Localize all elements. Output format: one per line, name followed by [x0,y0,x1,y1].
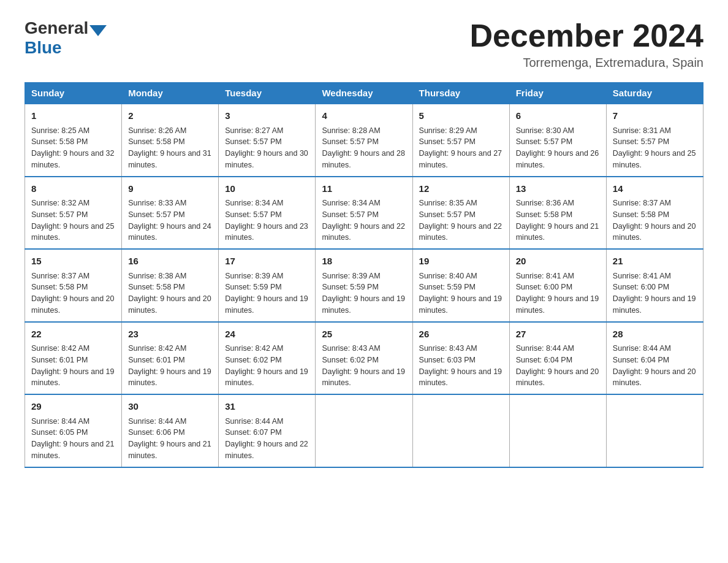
table-row: 5Sunrise: 8:29 AMSunset: 5:57 PMDaylight… [412,104,509,177]
day-info: Sunrise: 8:26 AMSunset: 5:58 PMDaylight:… [128,126,211,169]
day-number: 30 [128,400,212,414]
col-saturday: Saturday [606,83,703,104]
table-row: 1Sunrise: 8:25 AMSunset: 5:58 PMDaylight… [25,104,122,177]
table-row: 18Sunrise: 8:39 AMSunset: 5:59 PMDayligh… [316,249,412,322]
day-info: Sunrise: 8:38 AMSunset: 5:58 PMDaylight:… [128,272,211,315]
table-row: 27Sunrise: 8:44 AMSunset: 6:04 PMDayligh… [509,322,606,395]
day-number: 9 [128,182,212,196]
day-info: Sunrise: 8:41 AMSunset: 6:00 PMDaylight:… [516,272,599,315]
table-row: 14Sunrise: 8:37 AMSunset: 5:58 PMDayligh… [606,177,703,250]
table-row: 10Sunrise: 8:34 AMSunset: 5:57 PMDayligh… [219,177,316,250]
logo: General Blue [25,18,108,58]
month-title: December 2024 [469,18,703,53]
day-info: Sunrise: 8:44 AMSunset: 6:07 PMDaylight:… [225,417,308,460]
logo-blue-text: Blue [25,38,62,58]
location-subtitle: Torremenga, Extremadura, Spain [469,56,703,70]
day-info: Sunrise: 8:34 AMSunset: 5:57 PMDaylight:… [225,199,308,242]
day-info: Sunrise: 8:44 AMSunset: 6:04 PMDaylight:… [516,344,599,387]
day-number: 5 [419,109,503,123]
day-info: Sunrise: 8:44 AMSunset: 6:06 PMDaylight:… [128,417,211,460]
day-number: 1 [31,109,115,123]
table-row: 4Sunrise: 8:28 AMSunset: 5:57 PMDaylight… [316,104,412,177]
table-row: 8Sunrise: 8:32 AMSunset: 5:57 PMDaylight… [25,177,122,250]
day-number: 6 [516,109,600,123]
day-info: Sunrise: 8:44 AMSunset: 6:04 PMDaylight:… [613,344,696,387]
day-number: 21 [613,255,697,269]
day-number: 16 [128,255,212,269]
table-row: 11Sunrise: 8:34 AMSunset: 5:57 PMDayligh… [316,177,412,250]
page-header: General Blue December 2024 Torremenga, E… [25,18,703,70]
table-row: 19Sunrise: 8:40 AMSunset: 5:59 PMDayligh… [412,249,509,322]
calendar-header-row: Sunday Monday Tuesday Wednesday Thursday… [25,83,703,104]
day-info: Sunrise: 8:30 AMSunset: 5:57 PMDaylight:… [516,126,599,169]
day-info: Sunrise: 8:37 AMSunset: 5:58 PMDaylight:… [613,199,696,242]
table-row: 17Sunrise: 8:39 AMSunset: 5:59 PMDayligh… [219,249,316,322]
table-row: 28Sunrise: 8:44 AMSunset: 6:04 PMDayligh… [606,322,703,395]
day-info: Sunrise: 8:43 AMSunset: 6:02 PMDaylight:… [322,344,405,387]
day-number: 22 [31,327,115,342]
day-info: Sunrise: 8:35 AMSunset: 5:57 PMDaylight:… [419,199,502,242]
day-info: Sunrise: 8:39 AMSunset: 5:59 PMDaylight:… [322,272,405,315]
day-number: 3 [225,109,309,123]
table-row [606,394,703,467]
day-info: Sunrise: 8:37 AMSunset: 5:58 PMDaylight:… [31,272,115,315]
day-info: Sunrise: 8:43 AMSunset: 6:03 PMDaylight:… [419,344,502,387]
table-row [509,394,606,467]
day-number: 15 [31,255,115,269]
day-number: 28 [613,327,697,342]
day-number: 18 [322,255,406,269]
day-info: Sunrise: 8:41 AMSunset: 6:00 PMDaylight:… [613,272,696,315]
table-row: 30Sunrise: 8:44 AMSunset: 6:06 PMDayligh… [122,394,219,467]
col-monday: Monday [122,83,219,104]
table-row: 3Sunrise: 8:27 AMSunset: 5:57 PMDaylight… [219,104,316,177]
day-number: 11 [322,182,406,196]
calendar-row-3: 15Sunrise: 8:37 AMSunset: 5:58 PMDayligh… [25,249,703,322]
day-info: Sunrise: 8:33 AMSunset: 5:57 PMDaylight:… [128,199,211,242]
table-row: 6Sunrise: 8:30 AMSunset: 5:57 PMDaylight… [509,104,606,177]
table-row: 16Sunrise: 8:38 AMSunset: 5:58 PMDayligh… [122,249,219,322]
day-info: Sunrise: 8:27 AMSunset: 5:57 PMDaylight:… [225,126,308,169]
day-info: Sunrise: 8:42 AMSunset: 6:01 PMDaylight:… [128,344,211,387]
day-number: 20 [516,255,600,269]
day-number: 17 [225,255,309,269]
day-info: Sunrise: 8:34 AMSunset: 5:57 PMDaylight:… [322,199,405,242]
day-number: 8 [31,182,115,196]
table-row: 20Sunrise: 8:41 AMSunset: 6:00 PMDayligh… [509,249,606,322]
table-row [412,394,509,467]
day-info: Sunrise: 8:32 AMSunset: 5:57 PMDaylight:… [31,199,115,242]
col-sunday: Sunday [25,83,122,104]
calendar-table: Sunday Monday Tuesday Wednesday Thursday… [25,82,703,468]
day-number: 14 [613,182,697,196]
table-row: 12Sunrise: 8:35 AMSunset: 5:57 PMDayligh… [412,177,509,250]
day-info: Sunrise: 8:29 AMSunset: 5:57 PMDaylight:… [419,126,502,169]
day-number: 19 [419,255,503,269]
day-number: 13 [516,182,600,196]
table-row: 13Sunrise: 8:36 AMSunset: 5:58 PMDayligh… [509,177,606,250]
calendar-row-1: 1Sunrise: 8:25 AMSunset: 5:58 PMDaylight… [25,104,703,177]
day-info: Sunrise: 8:40 AMSunset: 5:59 PMDaylight:… [419,272,502,315]
day-number: 10 [225,182,309,196]
table-row: 31Sunrise: 8:44 AMSunset: 6:07 PMDayligh… [219,394,316,467]
calendar-row-4: 22Sunrise: 8:42 AMSunset: 6:01 PMDayligh… [25,322,703,395]
day-number: 24 [225,327,309,342]
day-number: 25 [322,327,406,342]
table-row: 2Sunrise: 8:26 AMSunset: 5:58 PMDaylight… [122,104,219,177]
col-tuesday: Tuesday [219,83,316,104]
day-info: Sunrise: 8:39 AMSunset: 5:59 PMDaylight:… [225,272,308,315]
day-number: 29 [31,400,115,414]
table-row: 23Sunrise: 8:42 AMSunset: 6:01 PMDayligh… [122,322,219,395]
day-number: 27 [516,327,600,342]
day-number: 7 [613,109,697,123]
table-row [316,394,412,467]
day-number: 4 [322,109,406,123]
table-row: 7Sunrise: 8:31 AMSunset: 5:57 PMDaylight… [606,104,703,177]
day-info: Sunrise: 8:25 AMSunset: 5:58 PMDaylight:… [31,126,115,169]
day-info: Sunrise: 8:42 AMSunset: 6:02 PMDaylight:… [225,344,308,387]
table-row: 15Sunrise: 8:37 AMSunset: 5:58 PMDayligh… [25,249,122,322]
calendar-row-2: 8Sunrise: 8:32 AMSunset: 5:57 PMDaylight… [25,177,703,250]
table-row: 9Sunrise: 8:33 AMSunset: 5:57 PMDaylight… [122,177,219,250]
day-info: Sunrise: 8:36 AMSunset: 5:58 PMDaylight:… [516,199,599,242]
day-number: 31 [225,400,309,414]
table-row: 24Sunrise: 8:42 AMSunset: 6:02 PMDayligh… [219,322,316,395]
col-thursday: Thursday [412,83,509,104]
